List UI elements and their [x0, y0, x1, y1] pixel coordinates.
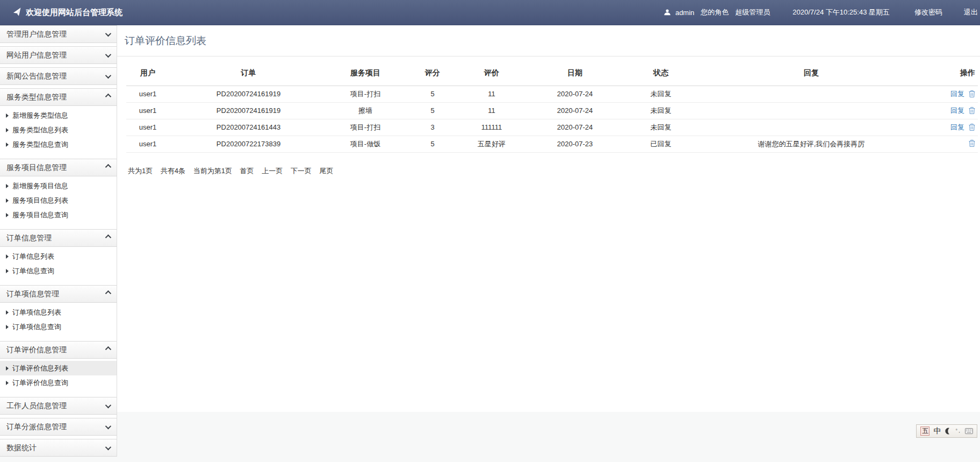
trash-icon[interactable] — [969, 140, 975, 148]
col-header-status: 状态 — [629, 61, 693, 86]
cell-date: 2020-07-23 — [521, 136, 629, 152]
sidebar-item-news[interactable]: 新闻公告信息管理 — [0, 67, 117, 85]
ime-language-toggle[interactable]: 中 — [933, 427, 941, 436]
submenu-service-type: 新增服务类型信息 服务类型信息列表 服务类型信息查询 — [0, 106, 117, 155]
sidebar-item-order-review[interactable]: 订单评价信息管理 — [0, 341, 117, 359]
sidebar-item-order[interactable]: 订单信息管理 — [0, 229, 117, 247]
caret-right-icon — [6, 113, 9, 118]
reply-link[interactable]: 回复 — [950, 123, 964, 131]
main-content: 订单评价信息列表 用户 订单 服务项目 评分 评价 日期 状态 回复 操作 — [117, 25, 980, 412]
page-title: 订单评价信息列表 — [117, 25, 980, 56]
ime-input-method-icon[interactable]: 五 — [920, 427, 929, 436]
cell-score: 3 — [403, 119, 462, 136]
cell-date: 2020-07-24 — [521, 102, 629, 119]
user-icon — [664, 9, 671, 16]
sidebar-group-order-review: 订单评价信息管理 订单评价信息列表 订单评价信息查询 — [0, 341, 117, 394]
trash-icon[interactable] — [969, 124, 975, 132]
pagination-next[interactable]: 下一页 — [291, 167, 312, 175]
sidebar-item-site-users[interactable]: 网站用户信息管理 — [0, 46, 117, 64]
col-header-reply: 回复 — [693, 61, 929, 86]
caret-right-icon — [6, 254, 9, 259]
change-password-link[interactable]: 修改密码 — [914, 8, 942, 17]
pagination-prev[interactable]: 上一页 — [262, 167, 283, 175]
ime-fullwidth-moon-icon[interactable] — [945, 428, 952, 435]
chevron-down-icon — [105, 402, 111, 408]
cell-user: user1 — [126, 102, 169, 119]
ime-keyboard-icon[interactable] — [965, 428, 973, 434]
caret-right-icon — [6, 128, 9, 132]
cell-service: 项目-打扫 — [328, 86, 403, 102]
col-header-date: 日期 — [521, 61, 629, 86]
paper-plane-icon — [12, 7, 23, 18]
chevron-down-icon — [105, 423, 111, 429]
caret-right-icon — [6, 325, 9, 329]
sidebar-item-dispatch[interactable]: 订单分派信息管理 — [0, 418, 117, 436]
logout-link[interactable]: 退出 — [964, 8, 978, 17]
table-row: user1 PD20200724161443 项目-打扫 3 111111 20… — [126, 119, 978, 136]
sidebar-subitem-service-item-query[interactable]: 服务项目信息查询 — [0, 208, 117, 222]
sidebar-group-admin-users: 管理用户信息管理 — [0, 25, 117, 43]
chevron-down-icon — [105, 72, 111, 78]
chevron-down-icon — [105, 444, 111, 450]
sidebar-group-order-item: 订单项信息管理 订单项信息列表 订单项信息查询 — [0, 285, 117, 338]
submenu-order-item: 订单项信息列表 订单项信息查询 — [0, 303, 117, 338]
sidebar-item-staff[interactable]: 工作人员信息管理 — [0, 397, 117, 415]
reply-link[interactable]: 回复 — [950, 106, 964, 115]
sidebar-subitem-add-service-type[interactable]: 新增服务类型信息 — [0, 108, 117, 123]
ime-punctuation-toggle[interactable]: °， — [955, 428, 961, 435]
cell-service: 项目-打扫 — [328, 119, 403, 136]
trash-icon[interactable] — [969, 107, 975, 116]
pagination-total-items: 共有4条 — [161, 167, 185, 175]
caret-right-icon — [6, 310, 9, 315]
sidebar-subitem-order-item-list[interactable]: 订单项信息列表 — [0, 305, 117, 319]
ime-language-bar: 五 中 °， — [916, 424, 977, 438]
sidebar-group-service-item: 服务项目信息管理 新增服务项目信息 服务项目信息列表 服务项目信息查询 — [0, 159, 117, 226]
username: admin — [675, 9, 694, 17]
submenu-order: 订单信息列表 订单信息查询 — [0, 247, 117, 282]
sidebar-subitem-order-review-list[interactable]: 订单评价信息列表 — [0, 361, 117, 375]
top-navbar: 欢迎使用网站后台管理系统 admin 您的角色 超级管理员 2020/7/24 … — [0, 0, 980, 25]
datetime: 2020/7/24 下午10:25:43 星期五 — [792, 8, 890, 17]
review-table-wrap: 用户 订单 服务项目 评分 评价 日期 状态 回复 操作 user1 PD202… — [117, 56, 980, 153]
sidebar-group-dispatch: 订单分派信息管理 — [0, 418, 117, 436]
cell-actions — [929, 136, 978, 152]
sidebar-item-service-item[interactable]: 服务项目信息管理 — [0, 159, 117, 176]
cell-order: PD20200724161919 — [169, 86, 328, 102]
sidebar-subitem-order-review-query[interactable]: 订单评价信息查询 — [0, 375, 117, 390]
sidebar-subitem-add-service-item[interactable]: 新增服务项目信息 — [0, 179, 117, 193]
pagination-current-page: 当前为第1页 — [193, 167, 232, 175]
cell-status: 未回复 — [629, 86, 693, 102]
sidebar-group-service-type: 服务类型信息管理 新增服务类型信息 服务类型信息列表 服务类型信息查询 — [0, 88, 117, 155]
cell-evaluation: 11 — [462, 102, 521, 119]
pagination-last[interactable]: 尾页 — [319, 167, 333, 175]
pagination-first[interactable]: 首页 — [240, 167, 254, 175]
sidebar-subitem-order-query[interactable]: 订单信息查询 — [0, 264, 117, 278]
sidebar-subitem-order-list[interactable]: 订单信息列表 — [0, 249, 117, 264]
sidebar: 管理用户信息管理 网站用户信息管理 新闻公告信息管理 服务类型信息管理 新增服务… — [0, 25, 117, 457]
role-value: 超级管理员 — [735, 8, 770, 17]
caret-right-icon — [6, 381, 9, 385]
sidebar-item-service-type[interactable]: 服务类型信息管理 — [0, 88, 117, 106]
cell-status: 未回复 — [629, 102, 693, 119]
app-brand: 欢迎使用网站后台管理系统 — [13, 8, 122, 18]
navbar-right: admin 您的角色 超级管理员 2020/7/24 下午10:25:43 星期… — [664, 8, 978, 17]
sidebar-item-order-item[interactable]: 订单项信息管理 — [0, 285, 117, 303]
cell-evaluation: 111111 — [462, 119, 521, 136]
sidebar-subitem-service-type-query[interactable]: 服务类型信息查询 — [0, 137, 117, 152]
col-header-score: 评分 — [403, 61, 462, 86]
table-row: user1 PD20200724161919 项目-打扫 5 11 2020-0… — [126, 86, 978, 102]
cell-score: 5 — [403, 102, 462, 119]
sidebar-item-statistics[interactable]: 数据统计 — [0, 439, 117, 457]
sidebar-subitem-order-item-query[interactable]: 订单项信息查询 — [0, 319, 117, 334]
table-row: user1 PD20200724161919 擦墙 5 11 2020-07-2… — [126, 102, 978, 119]
col-header-service: 服务项目 — [328, 61, 403, 86]
sidebar-group-news: 新闻公告信息管理 — [0, 67, 117, 85]
cell-actions: 回复 — [929, 86, 978, 102]
sidebar-item-admin-users[interactable]: 管理用户信息管理 — [0, 25, 117, 43]
trash-icon[interactable] — [969, 90, 975, 99]
sidebar-subitem-service-type-list[interactable]: 服务类型信息列表 — [0, 123, 117, 137]
chevron-up-icon — [105, 234, 111, 240]
reply-link[interactable]: 回复 — [950, 90, 964, 98]
chevron-down-icon — [105, 51, 111, 57]
sidebar-subitem-service-item-list[interactable]: 服务项目信息列表 — [0, 193, 117, 208]
